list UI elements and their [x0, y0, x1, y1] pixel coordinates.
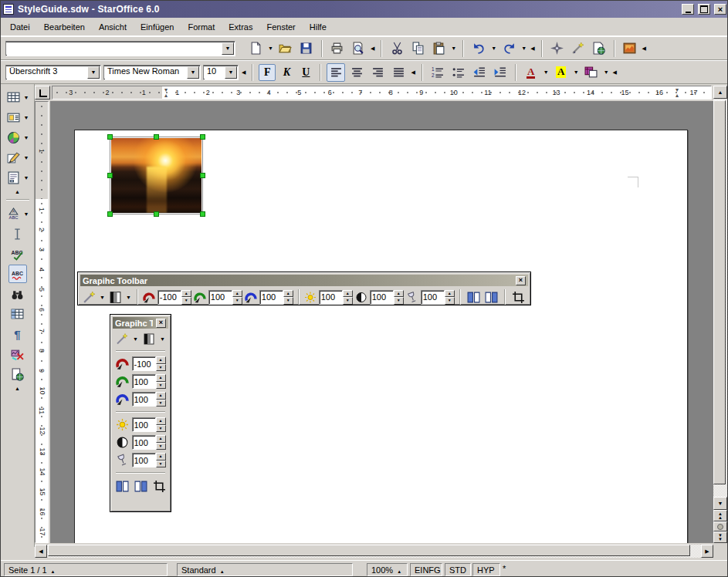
spin-up-icon[interactable] [156, 374, 166, 382]
decrease-indent-button[interactable] [470, 63, 489, 82]
spin-down-icon[interactable] [156, 364, 166, 372]
red-spinner[interactable]: -100 [132, 356, 166, 371]
spin-down-icon[interactable] [445, 297, 455, 305]
selected-image-frame[interactable] [110, 137, 203, 214]
font-dropdown-button[interactable] [187, 66, 199, 79]
draw-functions-dropdown-icon[interactable] [23, 155, 30, 160]
paragraph-style-combobox[interactable]: Überschrift 3 [5, 65, 101, 80]
save-button[interactable] [297, 39, 316, 58]
style-dropdown-button[interactable] [87, 66, 100, 79]
graphics-mode-dropdown-icon[interactable] [159, 336, 166, 342]
graphic-toolbar-vertical-window[interactable]: Grapihc T × -100 100 [110, 314, 171, 512]
navigation-button[interactable] [713, 521, 727, 531]
toolbar-overflow-icon[interactable] [612, 69, 618, 76]
maximize-button[interactable] [698, 4, 710, 15]
status-page-style[interactable]: Standard [177, 563, 353, 576]
spin-up-icon[interactable] [343, 290, 353, 298]
spin-down-icon[interactable] [181, 297, 191, 305]
spin-up-icon[interactable] [156, 453, 166, 461]
highlighting-dropdown-icon[interactable] [573, 69, 580, 75]
resize-handle-w[interactable] [107, 173, 113, 178]
brightness-value[interactable]: 100 [132, 417, 156, 432]
status-page[interactable]: Seite 1 / 1 [4, 563, 168, 576]
toolbar-overflow-icon[interactable] [241, 69, 246, 76]
spin-down-icon[interactable] [156, 461, 166, 468]
page-preview-button[interactable] [349, 39, 367, 58]
menu-item[interactable]: Einfügen [134, 20, 180, 34]
resize-handle-sw[interactable] [107, 211, 113, 217]
blue-spinner[interactable]: 100 [132, 392, 166, 407]
filter-button[interactable] [115, 332, 129, 346]
filter-dropdown-icon[interactable] [99, 295, 106, 300]
crop-button[interactable] [151, 478, 167, 494]
menu-item[interactable]: Ansicht [93, 20, 133, 34]
spin-up-icon[interactable] [283, 290, 293, 298]
new-document-button[interactable] [246, 39, 265, 58]
resize-handle-e[interactable] [200, 173, 205, 178]
scroll-left-button[interactable] [35, 545, 47, 558]
paragraph-background-dropdown-icon[interactable] [603, 69, 610, 75]
horizontal-scroll-thumb[interactable] [48, 545, 690, 556]
bold-button[interactable]: F [259, 64, 276, 81]
green-spinner[interactable]: 100 [208, 290, 242, 305]
size-dropdown-button[interactable] [225, 66, 237, 79]
menu-item[interactable]: Format [181, 20, 221, 34]
indent-marker-icon[interactable]: ▾▴ [163, 87, 169, 98]
auto-spellcheck-button[interactable]: ABC [8, 265, 27, 283]
filter-button[interactable] [82, 289, 97, 305]
paragraph-background-button[interactable] [582, 63, 601, 82]
print-button[interactable] [328, 39, 347, 58]
menu-item[interactable]: Bearbeiten [38, 20, 91, 34]
new-document-dropdown-icon[interactable] [267, 46, 274, 51]
direct-cursor-button[interactable] [9, 224, 26, 243]
resize-handle-n[interactable] [154, 134, 159, 140]
font-color-button[interactable]: A [522, 63, 540, 82]
spin-down-icon[interactable] [156, 400, 166, 407]
title-bar[interactable]: StyleGuide.sdw - StarOffice 6.0 × [1, 1, 728, 18]
url-input[interactable] [6, 42, 221, 55]
italic-button[interactable]: K [278, 64, 295, 81]
open-button[interactable] [276, 39, 295, 58]
undo-dropdown-icon[interactable] [490, 46, 497, 51]
font-name-combobox[interactable]: Times New Roman [103, 65, 201, 80]
spin-down-icon[interactable] [156, 443, 166, 450]
toolbar-overflow-icon[interactable] [642, 46, 647, 52]
blue-value[interactable]: 100 [132, 392, 156, 407]
menu-item[interactable]: Fenster [260, 20, 301, 34]
crop-button[interactable] [510, 288, 527, 305]
red-value[interactable]: -100 [132, 356, 156, 371]
status-selection-mode[interactable]: STD [445, 563, 471, 576]
autotext-button[interactable]: AABC [5, 204, 22, 223]
horizontal-ruler[interactable]: 321 ▾▴ 1234567891011121314151617 ▾▴ [52, 86, 712, 100]
spin-down-icon[interactable] [156, 382, 166, 390]
spin-up-icon[interactable] [156, 417, 166, 425]
menu-item[interactable]: Extras [222, 20, 259, 34]
contrast-value[interactable]: 100 [370, 290, 394, 305]
flip-vertical-button[interactable] [483, 288, 499, 305]
previous-page-button[interactable] [713, 510, 727, 521]
red-spinner[interactable]: -100 [157, 290, 191, 305]
undo-button[interactable] [469, 39, 488, 58]
numbered-list-button[interactable]: 12 [428, 63, 447, 82]
form-functions-button[interactable] [5, 168, 22, 187]
gamma-value[interactable]: 100 [421, 290, 445, 305]
insert-table-dropdown-icon[interactable] [23, 95, 30, 100]
resize-handle-s[interactable] [154, 211, 159, 217]
underline-button[interactable]: U [297, 64, 314, 81]
spin-up-icon[interactable] [232, 290, 242, 298]
toolbar-overflow-icon[interactable] [370, 46, 375, 52]
gamma-value[interactable]: 100 [132, 453, 156, 467]
spin-down-icon[interactable] [343, 297, 353, 305]
justify-button[interactable] [389, 63, 408, 82]
bullet-list-button[interactable] [449, 63, 468, 82]
green-value[interactable]: 100 [132, 374, 156, 389]
brightness-spinner[interactable]: 100 [319, 290, 353, 305]
vertical-scroll-thumb[interactable] [713, 100, 726, 484]
spin-down-icon[interactable] [232, 297, 242, 305]
spin-up-icon[interactable] [394, 290, 404, 298]
vertical-scroll-track[interactable] [713, 99, 727, 497]
online-layout-button[interactable] [9, 365, 26, 383]
flip-horizontal-button[interactable] [466, 288, 482, 305]
highlighting-button[interactable]: A [552, 63, 571, 82]
data-sources-button[interactable] [9, 305, 26, 323]
